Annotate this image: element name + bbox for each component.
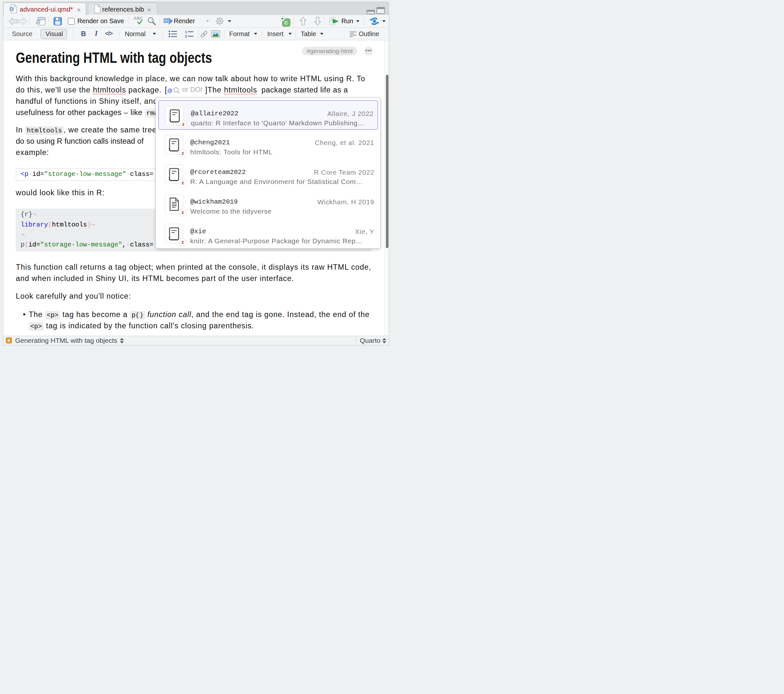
svg-text:2: 2	[185, 35, 187, 38]
svg-text:1: 1	[185, 30, 187, 34]
svg-text:C: C	[285, 20, 288, 25]
